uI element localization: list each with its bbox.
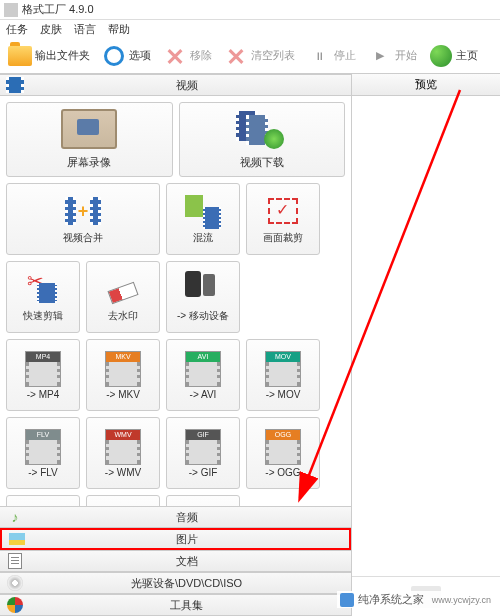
- tile-mux[interactable]: 混流: [166, 183, 240, 255]
- tile-screen-record[interactable]: 屏幕录像: [6, 102, 173, 177]
- mux-icon: [185, 193, 221, 229]
- remove-button[interactable]: 移除: [159, 42, 216, 70]
- tile-merge[interactable]: + 视频合并: [6, 183, 160, 255]
- tile-video-download-label: 视频下载: [240, 155, 284, 170]
- tile-mpg[interactable]: MPEG-> MPG: [86, 495, 160, 506]
- stop-button[interactable]: ⏸ 停止: [303, 42, 360, 70]
- section-toolset[interactable]: 工具集: [0, 594, 351, 616]
- start-button[interactable]: ▶ 开始: [364, 42, 421, 70]
- tile-webm[interactable]: WEBM-> WebM: [6, 495, 80, 506]
- section-audio[interactable]: ♪ 音频: [0, 506, 351, 528]
- options-label: 选项: [129, 48, 151, 63]
- tile-remove-watermark-label: 去水印: [108, 309, 138, 323]
- menu-language[interactable]: 语言: [74, 22, 96, 37]
- remove-icon: [166, 47, 184, 65]
- section-picture-label: 图片: [30, 532, 343, 547]
- tile-quick-cut-label: 快速剪辑: [23, 309, 63, 323]
- tile-wmv[interactable]: WMV-> WMV: [86, 417, 160, 489]
- section-video[interactable]: 视频: [0, 74, 351, 96]
- avi-icon: AVI: [185, 351, 221, 387]
- tile-mobile[interactable]: -> 移动设备: [166, 261, 240, 333]
- tile-mp4[interactable]: MP4-> MP4: [6, 339, 80, 411]
- watermark-url: www.ycwjzy.cn: [432, 595, 491, 605]
- globe-icon: [430, 45, 452, 67]
- preview-tab[interactable]: 预览: [352, 74, 500, 96]
- toolbar: 输出文件夹 选项 移除 清空列表 ⏸ 停止 ▶ 开始 主页: [0, 38, 500, 74]
- music-icon: ♪: [6, 508, 24, 526]
- tile-gif[interactable]: GIF-> GIF: [166, 417, 240, 489]
- clear-list-button[interactable]: 清空列表: [220, 42, 299, 70]
- gear-icon: [104, 46, 124, 66]
- mkv-icon: MKV: [105, 351, 141, 387]
- menu-task[interactable]: 任务: [6, 22, 28, 37]
- picture-icon: [9, 533, 25, 545]
- tile-mov-label: -> MOV: [266, 389, 301, 400]
- merge-icon: +: [65, 193, 101, 229]
- stop-icon: ⏸: [307, 44, 331, 68]
- tile-video-download[interactable]: 视频下载: [179, 102, 346, 177]
- wmv-icon: WMV: [105, 429, 141, 465]
- tile-mux-label: 混流: [193, 231, 213, 245]
- homepage-label: 主页: [456, 48, 478, 63]
- tile-ogg-label: -> OGG: [265, 467, 300, 478]
- tile-screen-record-label: 屏幕录像: [67, 155, 111, 170]
- mobile-icon: [185, 271, 221, 307]
- stop-label: 停止: [334, 48, 356, 63]
- menu-skin[interactable]: 皮肤: [40, 22, 62, 37]
- folder-icon: [8, 46, 32, 66]
- section-picture[interactable]: 图片: [0, 528, 351, 550]
- section-document[interactable]: 文档: [0, 550, 351, 572]
- crop-icon: [268, 198, 298, 224]
- flv-icon: FLV: [25, 429, 61, 465]
- watermark-text: 纯净系统之家: [358, 592, 424, 607]
- clear-label: 清空列表: [251, 48, 295, 63]
- video-section-body: 屏幕录像 视频下载 + 视频合并 混流 画面裁剪: [0, 96, 351, 506]
- gif-icon: GIF: [185, 429, 221, 465]
- titlebar: 格式工厂 4.9.0: [0, 0, 500, 20]
- watermark-icon: [340, 593, 354, 607]
- section-toolset-label: 工具集: [28, 598, 345, 613]
- homepage-button[interactable]: 主页: [425, 42, 482, 70]
- tile-swf[interactable]: f-> SWF: [166, 495, 240, 506]
- section-audio-label: 音频: [28, 510, 345, 525]
- watermark: 纯净系统之家 www.ycwjzy.cn: [337, 591, 494, 608]
- toolset-icon: [7, 597, 23, 613]
- start-label: 开始: [395, 48, 417, 63]
- ogg-icon: OGG: [265, 429, 301, 465]
- app-icon: [4, 3, 18, 17]
- document-icon: [8, 553, 22, 569]
- video-download-icon: [234, 109, 284, 149]
- tile-ogg[interactable]: OGG-> OGG: [246, 417, 320, 489]
- options-button[interactable]: 选项: [98, 42, 155, 70]
- clear-icon: [227, 47, 245, 65]
- preview-body: [352, 96, 500, 576]
- tile-remove-watermark[interactable]: 去水印: [86, 261, 160, 333]
- tile-mobile-label: -> 移动设备: [177, 309, 229, 323]
- tile-flv[interactable]: FLV-> FLV: [6, 417, 80, 489]
- menubar: 任务 皮肤 语言 帮助: [0, 20, 500, 38]
- tile-mp4-label: -> MP4: [27, 389, 60, 400]
- tile-mov[interactable]: MOV-> MOV: [246, 339, 320, 411]
- output-folder-button[interactable]: 输出文件夹: [4, 42, 94, 70]
- section-disc[interactable]: 光驱设备\DVD\CD\ISO: [0, 572, 351, 594]
- scissors-icon: [25, 271, 57, 303]
- section-disc-label: 光驱设备\DVD\CD\ISO: [28, 576, 345, 591]
- tile-mkv-label: -> MKV: [106, 389, 140, 400]
- remove-label: 移除: [190, 48, 212, 63]
- mp4-icon: MP4: [25, 351, 61, 387]
- app-title: 格式工厂 4.9.0: [22, 2, 94, 17]
- tile-crop[interactable]: 画面裁剪: [246, 183, 320, 255]
- tile-merge-label: 视频合并: [63, 231, 103, 245]
- tile-quick-cut[interactable]: 快速剪辑: [6, 261, 80, 333]
- film-icon: [6, 77, 24, 93]
- section-document-label: 文档: [28, 554, 345, 569]
- tile-mkv[interactable]: MKV-> MKV: [86, 339, 160, 411]
- section-video-label: 视频: [28, 78, 345, 93]
- start-icon: ▶: [368, 44, 392, 68]
- screen-record-icon: [61, 109, 117, 149]
- menu-help[interactable]: 帮助: [108, 22, 130, 37]
- tile-avi[interactable]: AVI-> AVI: [166, 339, 240, 411]
- tile-flv-label: -> FLV: [28, 467, 58, 478]
- tile-gif-label: -> GIF: [189, 467, 218, 478]
- eraser-icon: [107, 282, 138, 305]
